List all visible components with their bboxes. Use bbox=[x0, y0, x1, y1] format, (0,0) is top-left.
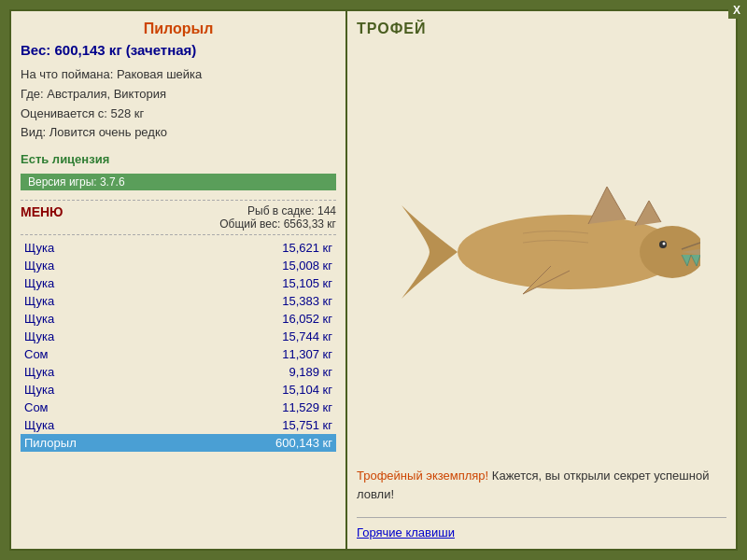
fish-row-name: Щука bbox=[24, 276, 54, 290]
info-rating: Оценивается с: 528 кг bbox=[21, 105, 336, 124]
menu-label: МЕНЮ bbox=[21, 204, 63, 219]
info-rarity: Вид: Ловится очень редко bbox=[21, 123, 336, 143]
table-row[interactable]: Щука15,744 кг bbox=[21, 328, 336, 345]
table-row[interactable]: Сом11,529 кг bbox=[21, 399, 336, 416]
fish-info: На что поймана: Раковая шейка Где: Австр… bbox=[21, 65, 336, 143]
info-bait: На что поймана: Раковая шейка bbox=[21, 65, 336, 85]
fish-title: Пилорыл bbox=[21, 21, 336, 37]
trophy-image-area bbox=[357, 42, 726, 462]
right-panel: ТРОФЕЙ bbox=[347, 11, 736, 549]
fish-row-weight: 9,189 кг bbox=[289, 365, 332, 379]
trophy-description: Трофейный экземпляр! Кажется, вы открыли… bbox=[357, 462, 726, 508]
table-row[interactable]: Щука15,751 кг bbox=[21, 416, 336, 434]
left-panel: Пилорыл Вес: 600,143 кг (зачетная) На чт… bbox=[11, 11, 347, 549]
fish-row-weight: 15,621 кг bbox=[282, 241, 332, 255]
fish-row-weight: 15,104 кг bbox=[282, 383, 332, 397]
info-location: Где: Австралия, Виктория bbox=[21, 85, 336, 105]
fish-row-name: Щука bbox=[24, 383, 54, 397]
trophy-highlight: Трофейный экземпляр! bbox=[357, 469, 488, 483]
fish-image bbox=[383, 159, 700, 345]
fish-row-weight: 15,008 кг bbox=[282, 259, 332, 273]
fish-row-weight: 15,751 кг bbox=[282, 418, 332, 432]
table-row[interactable]: Щука9,189 кг bbox=[21, 363, 336, 381]
total-weight: Общий вес: 6563,33 кг bbox=[219, 217, 336, 231]
fish-weight: Вес: 600,143 кг (зачетная) bbox=[21, 42, 336, 58]
fish-row-name: Сом bbox=[24, 400, 49, 414]
table-row[interactable]: Щука15,105 кг bbox=[21, 274, 336, 292]
fish-row-name: Щука bbox=[24, 312, 54, 326]
table-row[interactable]: Щука15,621 кг bbox=[21, 239, 336, 257]
fish-row-weight: 15,105 кг bbox=[282, 276, 332, 290]
close-button[interactable]: X bbox=[728, 2, 745, 19]
fish-row-name: Пилорыл bbox=[24, 436, 77, 450]
version-badge: Версия игры: 3.7.6 bbox=[21, 174, 336, 190]
fish-count: Рыб в садке: 144 bbox=[219, 204, 336, 217]
table-row[interactable]: Щука15,008 кг bbox=[21, 257, 336, 274]
license-label: Есть лицензия bbox=[21, 152, 336, 166]
fish-row-weight: 16,052 кг bbox=[282, 312, 332, 326]
fish-row-name: Щука bbox=[24, 418, 54, 432]
svg-point-3 bbox=[663, 243, 666, 245]
fish-row-name: Щука bbox=[24, 241, 54, 255]
table-row[interactable]: Щука15,104 кг bbox=[21, 381, 336, 399]
fish-stats: Рыб в садке: 144 Общий вес: 6563,33 кг bbox=[219, 204, 336, 231]
fish-row-name: Сом bbox=[24, 347, 49, 361]
table-row[interactable]: Щука15,383 кг bbox=[21, 292, 336, 310]
hot-keys-link[interactable]: Горячие клавиши bbox=[357, 517, 726, 539]
fish-row-weight: 11,307 кг bbox=[282, 347, 332, 361]
menu-header: МЕНЮ Рыб в садке: 144 Общий вес: 6563,33… bbox=[21, 200, 336, 235]
fish-row-name: Щука bbox=[24, 259, 54, 273]
fish-row-weight: 15,383 кг bbox=[282, 294, 332, 308]
fish-row-weight: 15,744 кг bbox=[282, 329, 332, 343]
fish-list-container: Щука15,621 кгЩука15,008 кгЩука15,105 кгЩ… bbox=[21, 239, 336, 539]
table-row[interactable]: Сом11,307 кг bbox=[21, 345, 336, 363]
table-row[interactable]: Щука16,052 кг bbox=[21, 310, 336, 328]
fish-row-name: Щука bbox=[24, 329, 54, 343]
fish-row-weight: 600,143 кг bbox=[275, 436, 332, 450]
trophy-title: ТРОФЕЙ bbox=[357, 21, 726, 37]
fish-row-name: Щука bbox=[24, 365, 54, 379]
main-window: X Пилорыл Вес: 600,143 кг (зачетная) На … bbox=[9, 9, 738, 551]
fish-list[interactable]: Щука15,621 кгЩука15,008 кгЩука15,105 кгЩ… bbox=[21, 239, 336, 539]
table-row[interactable]: Пилорыл600,143 кг bbox=[21, 434, 336, 452]
fish-row-name: Щука bbox=[24, 294, 54, 308]
fish-row-weight: 11,529 кг bbox=[282, 400, 332, 414]
